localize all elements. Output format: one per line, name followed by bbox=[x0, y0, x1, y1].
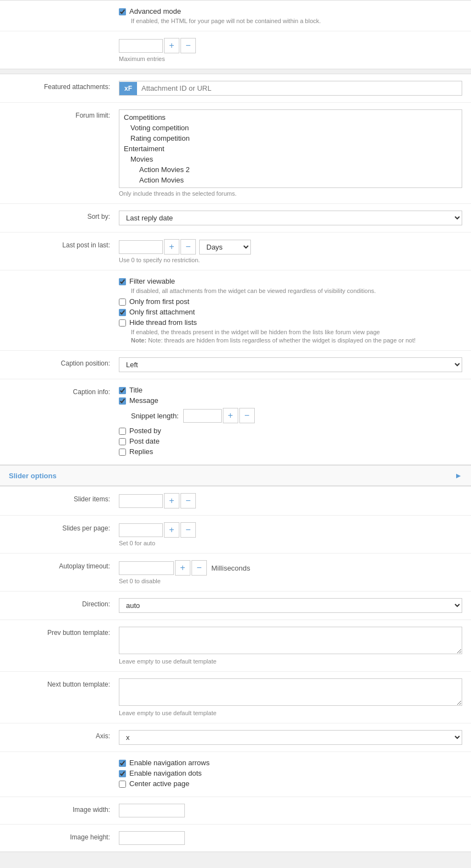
autoplay-input[interactable]: 4000 bbox=[119, 561, 174, 575]
snippet-input[interactable]: 350 bbox=[183, 409, 222, 423]
featured-attachments-label: Featured attachments: bbox=[9, 81, 119, 91]
nav-arrows-checkbox[interactable] bbox=[119, 760, 126, 767]
only-first-attachment-text: Only first attachment bbox=[129, 308, 195, 316]
message-checkbox[interactable] bbox=[119, 397, 126, 405]
forum-limit-row: Forum limit: Competitions Voting competi… bbox=[0, 103, 471, 204]
snippet-increment[interactable]: + bbox=[223, 408, 238, 423]
filter-viewable-control: Filter viewable If disabled, all attachm… bbox=[119, 277, 462, 344]
last-post-increment[interactable]: + bbox=[164, 239, 179, 255]
caption-info-row: Caption info: Title Message Snippet leng… bbox=[0, 379, 471, 465]
slides-per-page-row: Slides per page: 4 + − Set 0 for auto bbox=[0, 516, 471, 554]
advanced-mode-checkbox-row: Advanced mode bbox=[119, 7, 462, 15]
last-post-label: Last post in last: bbox=[9, 239, 119, 249]
image-width-input[interactable]: 100% bbox=[119, 804, 185, 817]
max-entries-input[interactable]: 20 bbox=[119, 39, 163, 53]
max-entries-decrement[interactable]: − bbox=[180, 38, 196, 53]
posted-by-text: Posted by bbox=[129, 427, 161, 435]
autoplay-decrement[interactable]: − bbox=[191, 560, 207, 576]
forum-item-action[interactable]: Action Movies bbox=[119, 175, 462, 185]
hide-thread-checkbox[interactable] bbox=[119, 319, 126, 327]
attachment-input[interactable] bbox=[137, 81, 462, 95]
forum-item-action2[interactable]: Action Movies 2 bbox=[119, 164, 462, 175]
last-post-unit-select[interactable]: Days Hours Weeks bbox=[199, 240, 251, 255]
autoplay-increment[interactable]: + bbox=[175, 560, 190, 576]
caption-position-control: Left Right Center Bottom Top bbox=[119, 357, 462, 372]
center-active-checkbox[interactable] bbox=[119, 781, 126, 788]
filter-viewable-checkbox[interactable] bbox=[119, 278, 126, 285]
message-text: Message bbox=[129, 396, 158, 405]
advanced-mode-control: Advanced mode If enabled, the HTML for y… bbox=[119, 7, 462, 24]
filter-viewable-row: Filter viewable If disabled, all attachm… bbox=[0, 270, 471, 351]
only-first-attachment-row: Only first attachment bbox=[119, 308, 462, 316]
slides-per-page-increment[interactable]: + bbox=[164, 522, 179, 538]
nav-dots-row: Enable navigation dots bbox=[119, 769, 462, 777]
title-checkbox[interactable] bbox=[119, 387, 126, 394]
image-height-label: Image height: bbox=[9, 831, 119, 841]
direction-label: Direction: bbox=[9, 598, 119, 608]
snippet-decrement[interactable]: − bbox=[239, 408, 255, 423]
slider-items-increment[interactable]: + bbox=[164, 493, 179, 508]
featured-attachments-row: Featured attachments: xF bbox=[0, 74, 471, 103]
only-first-attachment-checkbox[interactable] bbox=[119, 309, 126, 316]
message-checkbox-row: Message bbox=[119, 396, 462, 405]
forum-item-movies[interactable]: Movies bbox=[119, 154, 462, 164]
direction-control: auto ltr rtl bbox=[119, 598, 462, 613]
slides-per-page-control: 4 + − Set 0 for auto bbox=[119, 522, 462, 546]
only-first-post-row: Only from first post bbox=[119, 297, 462, 306]
only-first-post-checkbox[interactable] bbox=[119, 298, 126, 306]
forum-item-rating[interactable]: Rating competition bbox=[119, 133, 462, 143]
slides-per-page-input[interactable]: 4 bbox=[119, 523, 163, 537]
navigation-control: Enable navigation arrows Enable navigati… bbox=[119, 759, 462, 790]
advanced-mode-row: Advanced mode If enabled, the HTML for y… bbox=[0, 1, 471, 31]
post-date-checkbox[interactable] bbox=[119, 438, 126, 445]
slider-options-header[interactable]: Slider options ► bbox=[0, 465, 471, 486]
prev-button-row: Prev button template: Leave empty to use… bbox=[0, 620, 471, 672]
last-post-decrement[interactable]: − bbox=[180, 239, 196, 255]
slider-items-input[interactable]: 1 bbox=[119, 494, 163, 508]
last-post-input[interactable]: 7 bbox=[119, 240, 163, 254]
axis-row: Axis: x y bbox=[0, 723, 471, 752]
post-date-row: Post date bbox=[119, 437, 462, 445]
sort-by-select[interactable]: Last reply date Post date Views Replies bbox=[119, 211, 462, 225]
forum-item-competitions[interactable]: Competitions bbox=[119, 112, 462, 123]
sort-by-control: Last reply date Post date Views Replies bbox=[119, 211, 462, 225]
title-checkbox-row: Title bbox=[119, 386, 462, 394]
attachment-field: xF bbox=[119, 81, 462, 96]
forum-limit-hint: Only include threads in the selected for… bbox=[119, 190, 462, 197]
hide-thread-hint: If enabled, the threads present in the w… bbox=[131, 329, 462, 335]
forum-item-voting[interactable]: Voting competition bbox=[119, 123, 462, 133]
image-width-row: Image width: 100% bbox=[0, 797, 471, 825]
caption-position-select[interactable]: Left Right Center Bottom Top bbox=[119, 357, 462, 372]
prev-button-hint: Leave empty to use default template bbox=[119, 658, 462, 665]
navigation-row: Enable navigation arrows Enable navigati… bbox=[0, 752, 471, 797]
slides-per-page-decrement[interactable]: − bbox=[180, 522, 196, 538]
center-active-text: Center active page bbox=[129, 779, 189, 788]
image-height-input[interactable]: 300px bbox=[119, 831, 185, 845]
forum-list[interactable]: Competitions Voting competition Rating c… bbox=[119, 109, 462, 188]
axis-select[interactable]: x y bbox=[119, 730, 462, 745]
prev-button-textarea[interactable] bbox=[119, 627, 462, 654]
last-post-control: 7 + − Days Hours Weeks Use 0 to specify … bbox=[119, 239, 462, 263]
replies-checkbox[interactable] bbox=[119, 449, 126, 456]
image-height-row: Image height: 300px bbox=[0, 825, 471, 852]
next-button-textarea[interactable] bbox=[119, 678, 462, 706]
next-button-label: Next button template: bbox=[9, 678, 119, 688]
max-entries-row: 20 + − Maximum entries bbox=[0, 31, 471, 69]
forum-item-entertainment[interactable]: Entertaiment bbox=[119, 143, 462, 154]
nav-dots-checkbox[interactable] bbox=[119, 770, 126, 777]
max-entries-increment[interactable]: + bbox=[164, 38, 179, 53]
filter-viewable-text: Filter viewable bbox=[129, 277, 175, 285]
slider-items-decrement[interactable]: − bbox=[180, 493, 196, 508]
advanced-mode-checkbox[interactable] bbox=[119, 8, 126, 15]
posted-by-checkbox[interactable] bbox=[119, 428, 126, 435]
sort-by-row: Sort by: Last reply date Post date Views… bbox=[0, 204, 471, 233]
post-date-text: Post date bbox=[129, 437, 160, 445]
sort-by-label: Sort by: bbox=[9, 211, 119, 220]
autoplay-stepper: 4000 + − Milliseconds bbox=[119, 560, 462, 576]
direction-select[interactable]: auto ltr rtl bbox=[119, 598, 462, 613]
autoplay-unit: Milliseconds bbox=[211, 564, 250, 572]
next-button-hint: Leave empty to use default template bbox=[119, 710, 462, 716]
featured-attachments-control: xF bbox=[119, 81, 462, 96]
slider-options-title: Slider options bbox=[9, 472, 454, 480]
hide-thread-note: Note: Note: threads are hidden from list… bbox=[131, 337, 462, 344]
